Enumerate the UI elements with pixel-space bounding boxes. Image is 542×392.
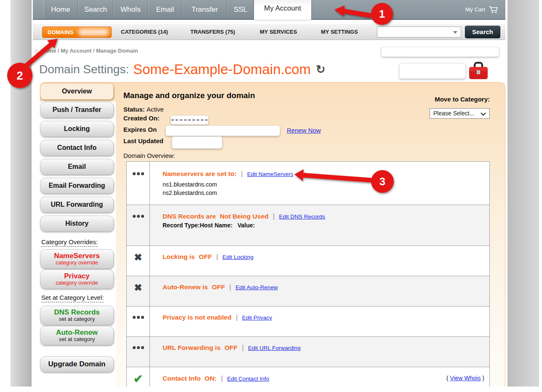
icon-cell: ✖ [127,276,150,306]
page-title-label: Domain Settings: [39,63,129,76]
nav-tab-label: Search [84,5,107,14]
renew-now-link[interactable]: Renew Now [287,127,321,134]
domain-name: Some-Example-Domain.com [133,61,311,77]
subnav-label: TRANSFERS (75) [190,29,235,35]
my-cart-label: My Cart [465,6,485,13]
redacted-value-box [172,136,222,149]
icon-cell [127,162,150,205]
edit-dns-records-link[interactable]: Edit DNS Records [279,213,326,220]
sidebar-button-auto-renew-category[interactable]: Auto-Renew set at category [40,326,114,345]
page-body: Home Search WhoIs Email Transfer SSL My … [33,0,505,387]
sidebar-tab-push-transfer[interactable]: Push / Transfer [40,102,114,118]
sidebar-tab-email-forwarding[interactable]: Email Forwarding [40,178,114,194]
expires-label: Expires On [123,126,157,133]
nav-tab-ssl[interactable]: SSL [227,0,254,19]
nav-tab-label: Email [156,5,174,14]
sidebar-tab-contact-info[interactable]: Contact Info [40,140,114,156]
nav-spacer [33,0,43,19]
subnav-domains-button[interactable]: DOMAINS [42,27,112,38]
subnav-label: MY SERVICES [260,29,297,35]
nav-tab-home[interactable]: Home [43,0,78,19]
ellipsis-icon [133,316,144,336]
updated-label: Last Updated [123,137,163,144]
table-row-url-forwarding: URL Forwarding is OFF | Edit URL Forward… [127,337,489,367]
sidebar-tab-label: History [65,220,88,227]
nav-tab-label: SSL [234,5,247,14]
row-content: Contact Info ON: | Edit Contact Info ( V… [150,367,489,387]
button-title: Privacy [64,272,90,280]
redacted-value-box [399,63,466,79]
subnav-label: CATEGORIES (14) [121,29,168,35]
button-subtitle: category override [56,260,98,266]
edit-privacy-link[interactable]: Edit Privacy [242,315,272,321]
redacted-value-box [166,125,280,136]
sidebar-tab-url-forwarding[interactable]: URL Forwarding [40,197,114,213]
subnav-label: MY SETTINGS [321,29,358,35]
subnav-my-settings[interactable]: MY SETTINGS [321,24,358,40]
checkmark-icon: ✔ [133,373,143,387]
sidebar-button-privacy-override[interactable]: Privacy category override [40,269,114,289]
status-label: Status: [123,106,145,113]
sidebar-tab-email[interactable]: Email [40,159,114,175]
edit-nameservers-link[interactable]: Edit NameServers [247,171,294,177]
edit-auto-renew-link[interactable]: Edit Auto-Renew [235,284,278,291]
label-text: Set at Category Level: [41,294,104,301]
search-button[interactable]: Search [465,26,500,38]
redacted-blur [78,29,109,36]
nav-tab-transfer[interactable]: Transfer [182,0,227,19]
button-subtitle: category override [56,280,98,286]
separator: | [216,253,218,260]
nav-tab-whois[interactable]: WhoIs [113,0,148,19]
breadcrumb-text: Home / My Account / Manage Domain [41,48,138,54]
domain-overview-table: Nameservers are set to: | Edit NameServe… [126,161,490,387]
sidebar-button-upgrade-domain[interactable]: Upgrade Domain [40,356,114,372]
row-title: Auto-Renew is [163,283,208,291]
expires-on-line: Expires On [123,126,157,133]
edit-url-forwarding-link[interactable]: Edit URL Forwarding [248,345,301,351]
right-margin-strip [507,0,539,387]
refresh-icon[interactable]: ↻ [316,63,326,76]
row-status: OFF [199,253,212,260]
sidebar-tab-label: Overview [62,88,92,95]
subnav-categories[interactable]: CATEGORIES (14) [121,24,168,40]
domain-search-combobox[interactable] [377,27,461,37]
row-status: OFF [212,283,225,291]
subnav-my-services[interactable]: MY SERVICES [260,24,297,40]
nav-tab-search[interactable]: Search [78,0,113,19]
icon-cell [127,307,150,336]
sidebar-tab-label: Push / Transfer [53,106,101,114]
sidebar-button-nameservers-override[interactable]: NameServers category override [40,249,114,269]
nav-tab-label: My Account [264,4,301,13]
label-text: Domain Overview: [123,152,175,159]
toolbox-icon[interactable] [468,61,489,80]
table-row-contact-info: ✔ Contact Info ON: | Edit Contact Info (… [127,367,489,387]
row-title: Nameservers are set to: [163,170,237,177]
edit-locking-link[interactable]: Edit Locking [222,254,254,260]
table-row-privacy: Privacy is not enabled | Edit Privacy [127,307,489,337]
my-cart-button[interactable]: My Cart [465,0,499,19]
domain-overview-label: Domain Overview: [123,152,175,159]
move-to-category-label: Move to Category: [435,96,490,103]
row-title: Locking is [163,253,195,260]
ellipsis-icon [133,215,144,245]
subnav-transfers[interactable]: TRANSFERS (75) [190,24,235,40]
sidebar-button-dns-records-category[interactable]: DNS Records set at category [40,306,114,325]
subnav-domains-label: DOMAINS [48,29,73,35]
chevron-down-icon [481,112,486,116]
row-content: URL Forwarding is OFF | Edit URL Forward… [150,337,489,367]
icon-cell [127,205,150,245]
nav-tab-email[interactable]: Email [148,0,182,19]
sidebar-tab-history[interactable]: History [40,216,114,232]
label-text: Category Overrides: [41,238,98,245]
breadcrumb[interactable]: ⌂ Home / My Account / Manage Domain [35,47,138,54]
view-whois-link[interactable]: View Whois [450,375,481,381]
sidebar-tab-overview[interactable]: Overview [40,83,114,100]
button-title: DNS Records [54,309,100,316]
left-margin-strip [11,0,32,387]
icon-cell [127,337,150,367]
sidebar-tab-locking[interactable]: Locking [40,121,114,137]
nav-tab-my-account[interactable]: My Account [254,0,311,20]
separator: | [273,213,275,220]
edit-contact-info-link[interactable]: Edit Contact Info [227,376,269,382]
move-to-category-select[interactable]: Please Select... [430,108,490,119]
